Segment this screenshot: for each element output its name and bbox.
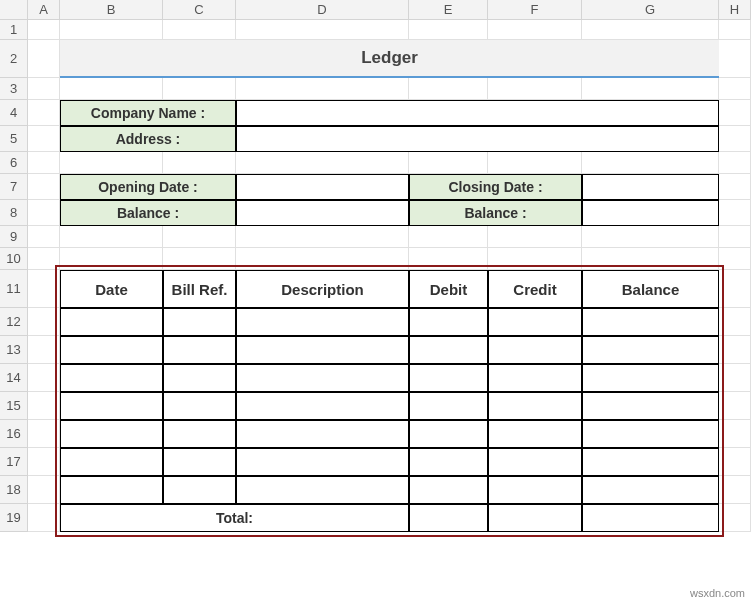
row-header-13[interactable]: 13 [0,336,28,364]
col-header-F[interactable]: F [488,0,582,19]
table-cell[interactable] [163,364,236,392]
table-cell[interactable] [488,392,582,420]
row-header-1[interactable]: 1 [0,20,28,40]
opening-date-value[interactable] [236,174,409,200]
table-header-debit: Debit [409,270,488,308]
total-label: Total: [60,504,409,532]
row-header-5[interactable]: 5 [0,126,28,152]
row-header-18[interactable]: 18 [0,476,28,504]
row-headers: 12345678910111213141516171819 [0,20,28,532]
table-cell[interactable] [163,392,236,420]
table-cell[interactable] [409,476,488,504]
table-cell[interactable] [409,336,488,364]
table-cell[interactable] [582,336,719,364]
opening-balance-label: Balance : [60,200,236,226]
company-name-label: Company Name : [60,100,236,126]
total-balance[interactable] [582,504,719,532]
table-cell[interactable] [488,448,582,476]
row-header-12[interactable]: 12 [0,308,28,336]
table-cell[interactable] [236,308,409,336]
address-value[interactable] [236,126,719,152]
table-header-credit: Credit [488,270,582,308]
table-cell[interactable] [163,308,236,336]
table-cell[interactable] [582,308,719,336]
table-cell[interactable] [60,392,163,420]
row-header-11[interactable]: 11 [0,270,28,308]
row-header-14[interactable]: 14 [0,364,28,392]
table-cell[interactable] [60,476,163,504]
table-header-bill-ref-: Bill Ref. [163,270,236,308]
table-cell[interactable] [236,336,409,364]
table-cell[interactable] [488,308,582,336]
table-cell[interactable] [163,476,236,504]
row-header-19[interactable]: 19 [0,504,28,532]
column-headers: ABCDEFGH [0,0,751,20]
table-cell[interactable] [60,448,163,476]
table-cell[interactable] [409,392,488,420]
col-header-H[interactable]: H [719,0,751,19]
table-cell[interactable] [582,420,719,448]
row-header-6[interactable]: 6 [0,152,28,174]
opening-balance-value[interactable] [236,200,409,226]
table-cell[interactable] [236,448,409,476]
table-cell[interactable] [163,420,236,448]
row-header-7[interactable]: 7 [0,174,28,200]
closing-date-value[interactable] [582,174,719,200]
col-header-D[interactable]: D [236,0,409,19]
row-header-8[interactable]: 8 [0,200,28,226]
table-cell[interactable] [488,476,582,504]
row-header-2[interactable]: 2 [0,40,28,78]
table-cell[interactable] [409,448,488,476]
table-cell[interactable] [409,364,488,392]
total-debit[interactable] [409,504,488,532]
col-header-A[interactable]: A [28,0,60,19]
table-cell[interactable] [60,336,163,364]
row-header-17[interactable]: 17 [0,448,28,476]
table-cell[interactable] [236,392,409,420]
ledger-title: Ledger [60,40,719,78]
table-cell[interactable] [60,420,163,448]
row-header-10[interactable]: 10 [0,248,28,270]
table-cell[interactable] [582,392,719,420]
row-header-15[interactable]: 15 [0,392,28,420]
table-cell[interactable] [582,476,719,504]
table-cell[interactable] [60,364,163,392]
table-cell[interactable] [163,448,236,476]
closing-balance-value[interactable] [582,200,719,226]
row-header-3[interactable]: 3 [0,78,28,100]
col-header-E[interactable]: E [409,0,488,19]
table-header-balance: Balance [582,270,719,308]
col-header-B[interactable]: B [60,0,163,19]
table-cell[interactable] [236,420,409,448]
row-header-9[interactable]: 9 [0,226,28,248]
table-cell[interactable] [488,420,582,448]
row-header-4[interactable]: 4 [0,100,28,126]
total-credit[interactable] [488,504,582,532]
table-cell[interactable] [488,364,582,392]
company-name-value[interactable] [236,100,719,126]
table-cell[interactable] [236,364,409,392]
watermark: wsxdn.com [690,587,745,599]
table-cell[interactable] [582,448,719,476]
col-header-G[interactable]: G [582,0,719,19]
row-header-16[interactable]: 16 [0,420,28,448]
table-cell[interactable] [409,308,488,336]
table-cell[interactable] [236,476,409,504]
table-header-date: Date [60,270,163,308]
table-cell[interactable] [60,308,163,336]
closing-date-label: Closing Date : [409,174,582,200]
table-cell[interactable] [488,336,582,364]
col-header-C[interactable]: C [163,0,236,19]
closing-balance-label: Balance : [409,200,582,226]
table-header-description: Description [236,270,409,308]
table-cell[interactable] [409,420,488,448]
col-header-corner[interactable] [0,0,28,19]
opening-date-label: Opening Date : [60,174,236,200]
table-cell[interactable] [582,364,719,392]
table-cell[interactable] [163,336,236,364]
address-label: Address : [60,126,236,152]
